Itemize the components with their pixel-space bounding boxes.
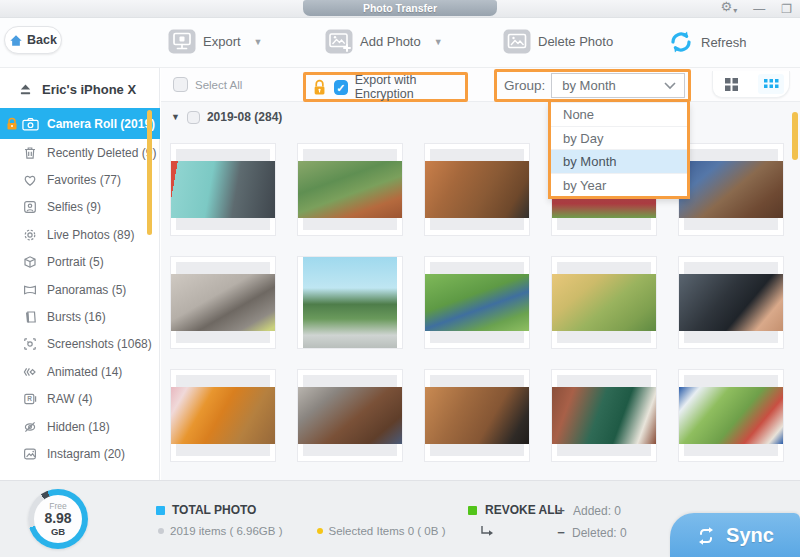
portrait-cube-icon bbox=[22, 254, 38, 270]
thumb-frame-bottom bbox=[684, 444, 778, 456]
live-photos-icon bbox=[22, 227, 38, 243]
select-all-box[interactable] bbox=[173, 77, 188, 92]
trash-icon bbox=[22, 145, 38, 161]
raw-icon: R bbox=[22, 391, 38, 407]
delete-photo-icon bbox=[503, 29, 531, 54]
selfie-icon bbox=[22, 199, 38, 215]
thumb-frame-bottom bbox=[684, 331, 778, 343]
sidebar-item-instagram-20[interactable]: Instagram (20) bbox=[0, 440, 160, 467]
sync-button[interactable]: Sync bbox=[670, 513, 800, 557]
photo-image bbox=[298, 387, 402, 444]
photo-thumbnail-woman-walking-park[interactable] bbox=[551, 256, 657, 349]
grid-3x3-icon bbox=[764, 79, 779, 90]
animated-icon bbox=[22, 364, 38, 380]
sidebar-album-list: Camera Roll (2019)Recently Deleted (9)Fa… bbox=[0, 108, 160, 468]
items-summary-row: 2019 items ( 6.96GB ) Selected Items 0 (… bbox=[158, 525, 445, 537]
sidebar-item-screenshots-1068[interactable]: Screenshots (1068) bbox=[0, 331, 160, 358]
free-unit: GB bbox=[51, 526, 65, 537]
main-scrollbar-thumb[interactable] bbox=[792, 112, 798, 160]
photo-thumbnail-child-on-shoulders-park[interactable] bbox=[424, 256, 530, 349]
sidebar-item-label: RAW (4) bbox=[47, 392, 93, 406]
small-grid-view-button[interactable] bbox=[758, 74, 784, 94]
total-photo-header: TOTAL PHOTO bbox=[156, 503, 256, 517]
group-option-by-day[interactable]: by Day bbox=[551, 126, 687, 150]
minimize-icon[interactable]: — bbox=[753, 0, 765, 18]
thumb-frame-top bbox=[557, 375, 651, 387]
selected-summary: Selected Items 0 ( 0B ) bbox=[329, 525, 446, 537]
photo-thumbnail-man-with-dslr[interactable] bbox=[678, 256, 784, 349]
sidebar-item-label: Portrait (5) bbox=[47, 255, 104, 269]
photo-thumbnail-pizza-and-controller[interactable] bbox=[424, 369, 530, 462]
encryption-checkbox[interactable]: ✓ bbox=[334, 80, 348, 95]
settings-gear-icon[interactable]: ⚙▾ bbox=[721, 0, 738, 20]
group-control-highlight: Group: by Month bbox=[494, 69, 691, 102]
back-button[interactable]: Back bbox=[4, 26, 62, 54]
select-all-checkbox[interactable]: Select All bbox=[173, 77, 242, 92]
collapse-triangle-icon[interactable]: ▼ bbox=[171, 112, 180, 122]
sidebar-item-recently-deleted-9[interactable]: Recently Deleted (9) bbox=[0, 139, 160, 166]
group-option-by-year[interactable]: by Year bbox=[551, 173, 687, 197]
group-option-none[interactable]: None bbox=[551, 102, 687, 126]
sidebar-item-panoramas-5[interactable]: Panoramas (5) bbox=[0, 276, 160, 303]
photo-image bbox=[171, 387, 275, 444]
photo-thumbnail-soup-bowl[interactable] bbox=[170, 369, 276, 462]
group-checkbox[interactable] bbox=[187, 111, 200, 124]
device-header[interactable]: Eric's iPhone X bbox=[0, 76, 160, 102]
camera-icon bbox=[22, 117, 39, 131]
revoke-arrow-row bbox=[480, 525, 494, 537]
photo-group-header[interactable]: ▼ 2019-08 (284) bbox=[171, 110, 282, 124]
photo-transfer-window: Photo Transfer ⚙▾ — ❐ Back Export ▼ bbox=[0, 0, 800, 557]
export-icon bbox=[168, 29, 196, 54]
photo-thumbnail-cacti-pots[interactable] bbox=[297, 143, 403, 236]
add-photo-label: Add Photo bbox=[360, 34, 421, 49]
photo-thumbnail-coastal-road[interactable] bbox=[297, 256, 403, 349]
photo-thumbnail-food-on-wood-table[interactable] bbox=[424, 143, 530, 236]
photo-thumbnail-vintage-car-dashboard[interactable] bbox=[170, 143, 276, 236]
sidebar-item-animated-14[interactable]: Animated (14) bbox=[0, 358, 160, 385]
thumb-frame-top bbox=[176, 375, 270, 387]
selected-dot-icon bbox=[317, 528, 323, 534]
sidebar-item-selfies-9[interactable]: Selfies (9) bbox=[0, 194, 160, 221]
items-dot-icon bbox=[158, 528, 164, 534]
sidebar-item-live-photos-89[interactable]: Live Photos (89) bbox=[0, 221, 160, 248]
photo-thumbnail-petting-dog[interactable] bbox=[297, 369, 403, 462]
home-icon bbox=[9, 34, 23, 47]
add-photo-caret-icon[interactable]: ▼ bbox=[434, 37, 443, 47]
photo-image bbox=[171, 161, 275, 218]
deleted-label: Deleted: 0 bbox=[572, 526, 627, 540]
sidebar-scrollbar-thumb[interactable] bbox=[147, 110, 152, 235]
group-select[interactable]: by Month bbox=[551, 73, 685, 98]
group-option-by-month[interactable]: by Month bbox=[551, 149, 687, 173]
photo-thumbnail-green-front-door[interactable] bbox=[551, 369, 657, 462]
sidebar-item-bursts-16[interactable]: Bursts (16) bbox=[0, 303, 160, 330]
delete-photo-button[interactable]: Delete Photo bbox=[503, 29, 613, 54]
sidebar: Eric's iPhone X Camera Roll (2019)Recent… bbox=[0, 68, 160, 480]
photo-thumbnail-brown-dog-fed[interactable] bbox=[678, 143, 784, 236]
free-value: 8.98 bbox=[44, 511, 71, 526]
thumb-frame-bottom bbox=[557, 218, 651, 230]
refresh-label: Refresh bbox=[701, 35, 747, 50]
export-button[interactable]: Export ▼ bbox=[168, 29, 263, 54]
maximize-icon[interactable]: ❐ bbox=[781, 0, 792, 18]
large-grid-view-button[interactable] bbox=[718, 74, 744, 94]
sidebar-item-label: Live Photos (89) bbox=[47, 228, 134, 242]
add-photo-button[interactable]: Add Photo ▼ bbox=[325, 29, 443, 54]
sidebar-item-label: Camera Roll (2019) bbox=[47, 117, 155, 131]
eject-icon[interactable] bbox=[18, 83, 33, 96]
sidebar-item-camera-roll-2019[interactable]: Camera Roll (2019) bbox=[0, 108, 160, 139]
revoke-all[interactable]: REVOKE ALL bbox=[468, 503, 562, 517]
refresh-button[interactable]: Refresh bbox=[668, 29, 747, 55]
sidebar-item-hidden-18[interactable]: Hidden (18) bbox=[0, 413, 160, 440]
photo-thumbnail-salad-plate[interactable] bbox=[678, 369, 784, 462]
minus-icon: − bbox=[556, 525, 566, 540]
plus-icon: + bbox=[556, 503, 566, 518]
back-label: Back bbox=[27, 33, 57, 47]
sidebar-item-favorites-77[interactable]: Favorites (77) bbox=[0, 166, 160, 193]
photo-image bbox=[679, 274, 783, 331]
thumb-frame-top bbox=[430, 262, 524, 274]
export-caret-icon[interactable]: ▼ bbox=[254, 37, 263, 47]
sidebar-item-portrait-5[interactable]: Portrait (5) bbox=[0, 249, 160, 276]
sidebar-item-raw-4[interactable]: RRAW (4) bbox=[0, 386, 160, 413]
photo-image bbox=[552, 274, 656, 331]
photo-thumbnail-tying-shoes[interactable] bbox=[170, 256, 276, 349]
